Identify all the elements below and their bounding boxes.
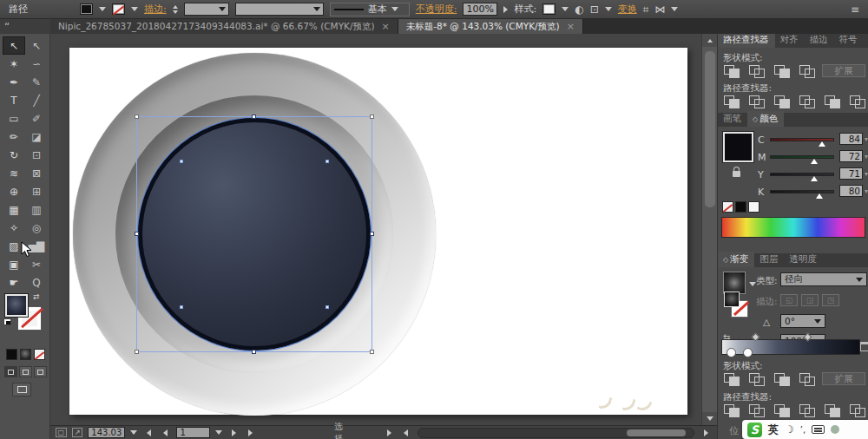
trim-icon[interactable] <box>748 95 766 108</box>
artboard-dropdown-icon[interactable] <box>215 430 222 435</box>
tab-align[interactable]: 对齐 <box>775 32 805 48</box>
fullwidth-moon-icon[interactable]: ☽ <box>785 423 794 436</box>
vertical-scroll-thumb[interactable] <box>705 51 715 207</box>
anchor-bottom[interactable] <box>252 350 256 354</box>
color-spectrum-bar[interactable] <box>721 217 865 238</box>
divide-icon[interactable] <box>723 95 741 108</box>
crop-icon[interactable] <box>799 95 817 108</box>
scroll-right-icon[interactable] <box>400 427 412 438</box>
align-dropdown-icon[interactable] <box>671 7 678 11</box>
white-swatch[interactable] <box>748 201 760 213</box>
channel-value-input[interactable]: 80 <box>839 185 863 197</box>
black-swatch[interactable] <box>735 201 746 213</box>
zoom-dropdown-icon[interactable] <box>130 430 137 435</box>
unite-icon[interactable] <box>723 372 741 385</box>
gradient-angle-dropdown[interactable]: 0° <box>780 314 825 328</box>
selection-bounding-box[interactable] <box>136 116 372 352</box>
magic-wand-tool[interactable]: ✶ <box>3 55 25 73</box>
artboard-tool[interactable]: ▣ <box>3 255 25 273</box>
draw-normal-button[interactable] <box>4 366 17 377</box>
rectangle-tool[interactable]: ▭ <box>3 109 25 128</box>
gradient-type-dropdown[interactable]: 径向 <box>780 272 867 286</box>
blob-brush-tool[interactable]: ✏ <box>3 128 25 146</box>
eyedropper-tool[interactable]: ✧ <box>3 219 25 237</box>
scroll-down-icon[interactable] <box>702 412 718 425</box>
tab-gradient[interactable]: ◇渐变 <box>718 252 754 267</box>
channel-slider-thumb[interactable] <box>819 141 825 147</box>
distribute-icon[interactable]: ⋈ <box>654 3 665 16</box>
outline-icon[interactable] <box>824 403 842 416</box>
opacity-link[interactable]: 不透明度: <box>416 3 457 16</box>
anchor-ne-diag[interactable] <box>326 160 329 163</box>
prev-artboard-icon[interactable] <box>160 427 172 438</box>
stroke-within-icon[interactable]: ◱ <box>780 294 798 306</box>
channel-slider-thumb[interactable] <box>811 159 818 164</box>
anchor-right[interactable] <box>370 232 374 236</box>
sogou-logo-icon[interactable]: S <box>747 423 762 437</box>
style-dropdown-icon[interactable] <box>562 7 569 11</box>
soft-keyboard-icon[interactable] <box>812 425 825 434</box>
tab-color[interactable]: ◇颜色 <box>747 111 784 127</box>
hand-tool[interactable]: ☛ <box>3 273 25 292</box>
ime-language-mode[interactable]: 英 <box>768 423 779 437</box>
align-horizontal-center-icon[interactable]: ⌗ <box>643 3 649 16</box>
gradient-fill-indicator[interactable] <box>724 292 740 307</box>
first-artboard-icon[interactable] <box>142 427 155 438</box>
handle-sw[interactable] <box>135 350 139 354</box>
line-segment-tool[interactable]: ╱ <box>25 91 48 109</box>
expand-button-2[interactable]: 扩展 <box>822 372 865 385</box>
channel-spinner-icon[interactable]: ▾ <box>865 153 868 161</box>
paintbrush-tool[interactable]: ✐ <box>25 109 48 128</box>
channel-slider-track[interactable] <box>770 155 834 159</box>
style-swatch[interactable] <box>542 3 556 15</box>
default-fill-stroke-icon[interactable] <box>3 318 11 325</box>
channel-slider-track[interactable] <box>770 190 834 193</box>
pencil-tool[interactable]: ✎ <box>25 73 48 91</box>
tab-layers[interactable]: 图层 <box>754 252 784 267</box>
artboard-number-input[interactable]: 1 <box>176 427 210 438</box>
document-tab-1[interactable]: Nipic_26785037_20180427173409344083.ai* … <box>50 19 398 34</box>
scroll-up-icon[interactable] <box>702 34 718 47</box>
opacity-input[interactable]: 100% <box>463 3 497 16</box>
perspective-grid-tool[interactable]: ⊞ <box>25 182 48 200</box>
scroll-end-icon[interactable] <box>700 427 712 438</box>
free-transform-tool[interactable]: ⊠ <box>25 164 48 182</box>
punctuation-icon[interactable]: ’, <box>800 425 806 435</box>
zoom-level-input[interactable]: 143.03 <box>88 427 125 438</box>
canvas-area[interactable] <box>50 34 701 425</box>
select-similar-icon[interactable]: ⊡ <box>590 3 599 16</box>
minus-back-icon[interactable] <box>849 95 867 108</box>
channel-value-input[interactable]: 71 <box>839 167 863 180</box>
handle-nw[interactable] <box>135 115 139 119</box>
fill-indicator[interactable] <box>5 294 28 317</box>
intersect-icon[interactable] <box>773 64 792 77</box>
gradient-slider[interactable] <box>721 339 860 355</box>
anchor-sw-diag[interactable] <box>180 305 183 309</box>
opacity-expand-icon[interactable] <box>503 6 508 13</box>
minus-back-icon[interactable] <box>849 403 867 416</box>
expand-button[interactable]: 扩展 <box>822 64 865 77</box>
gradient-midpoint[interactable] <box>751 333 760 342</box>
stroke-weight-stepper[interactable] <box>173 5 178 14</box>
tab-symbols[interactable]: 符号 <box>834 32 864 48</box>
select-similar-dropdown-icon[interactable] <box>605 7 612 11</box>
type-tool[interactable]: T <box>3 91 25 109</box>
eraser-tool[interactable]: ◪ <box>25 128 48 146</box>
scale-tool[interactable]: ⊡ <box>25 146 48 164</box>
pen-tool[interactable]: ✒ <box>3 73 25 91</box>
handle-se[interactable] <box>370 350 374 354</box>
gradient-thumb-dropdown-icon[interactable] <box>749 282 756 286</box>
outline-icon[interactable] <box>824 95 842 108</box>
exclude-icon[interactable] <box>799 372 817 385</box>
stroke-dropdown-icon[interactable] <box>131 7 138 11</box>
divide-icon[interactable] <box>723 403 741 416</box>
channel-spinner-icon[interactable]: ▾ <box>865 187 868 195</box>
lasso-tool[interactable]: ∽ <box>25 55 48 73</box>
blend-tool[interactable]: ◎ <box>25 219 48 237</box>
anchor-nw-diag[interactable] <box>180 160 183 163</box>
gradient-tool[interactable]: ▥ <box>25 200 48 219</box>
intersect-icon[interactable] <box>773 372 792 385</box>
draw-behind-button[interactable] <box>19 366 32 377</box>
rotate-tool[interactable]: ↻ <box>3 146 25 164</box>
gradient-stop[interactable] <box>727 348 736 357</box>
